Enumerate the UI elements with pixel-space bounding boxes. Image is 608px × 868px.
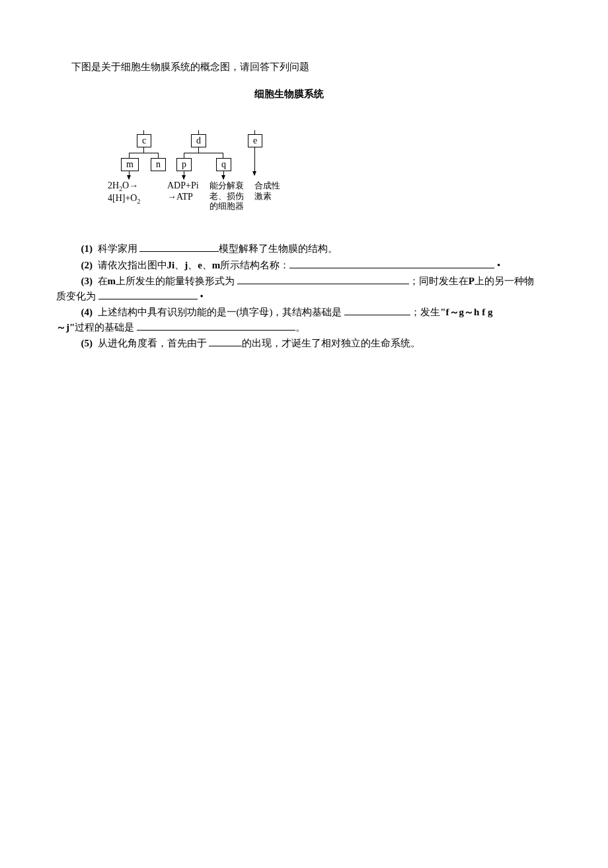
question-1: (1) 科学家用 模型解释了生物膜的结构。: [56, 241, 562, 256]
question-2: (2) 请依次指出图中Ji、j、e、m所示结构名称： •: [56, 258, 562, 273]
question-5: (5) 从进化角度看，首先由于 的出现，才诞生了相对独立的生命系统。: [56, 336, 562, 351]
label-e: 合成性 激素: [254, 180, 280, 201]
q4-num: (4): [81, 307, 93, 317]
box-q: q: [216, 158, 231, 171]
question-3-cont: 质变化为 •: [56, 289, 562, 304]
q3-blank-1[interactable]: [237, 274, 409, 284]
intro-text: 下图是关于细胞生物膜系统的概念图，请回答下列问题: [56, 59, 562, 75]
box-d: d: [191, 134, 206, 147]
q3-blank-2[interactable]: [98, 290, 198, 299]
q3-num: (3): [81, 276, 93, 286]
question-4-cont: ～j"过程的基础是 。: [56, 320, 562, 335]
diagram-title: 细胞生物膜系统: [17, 87, 562, 102]
label-p: ADP+Pi →ATP: [167, 180, 199, 203]
q4-blank-1[interactable]: [344, 305, 410, 315]
concept-diagram: c d e m n p q 2H2O→ 4[H]+O2 ADP+Pi →ATP …: [116, 134, 562, 233]
label-m: 2H2O→ 4[H]+O2: [108, 180, 140, 205]
q5-num: (5): [81, 338, 93, 348]
q4-blank-2[interactable]: [137, 321, 295, 331]
box-p: p: [176, 158, 192, 171]
box-n: n: [151, 158, 166, 171]
question-4: (4) 上述结构中具有识别功能的是一(填字母)，其结构基础是 ；发生"f～g～h…: [56, 305, 562, 320]
label-q: 能分解衰 老、损伤 的细胞器: [209, 180, 244, 212]
q1-num: (1): [81, 243, 93, 254]
q2-blank[interactable]: [289, 258, 494, 268]
q5-blank[interactable]: [209, 336, 242, 346]
q2-num: (2): [81, 260, 93, 270]
q1-blank[interactable]: [139, 242, 219, 252]
box-m: m: [121, 158, 139, 171]
question-3: (3) 在m上所发生的能量转换形式为 ；同时发生在P上的另一种物: [56, 274, 562, 289]
box-c: c: [137, 134, 151, 147]
box-e: e: [248, 134, 262, 147]
